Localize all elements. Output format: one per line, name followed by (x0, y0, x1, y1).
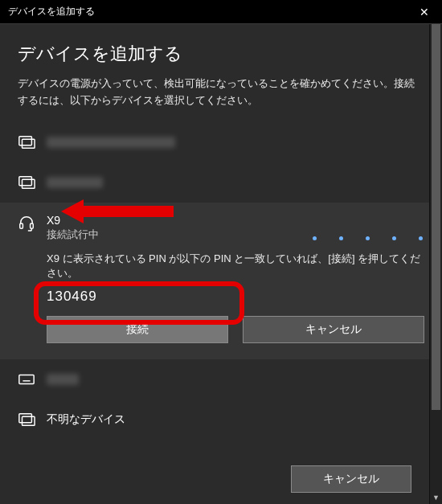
device-name: X9 (47, 214, 99, 227)
pin-value: 130469 (47, 289, 424, 305)
svg-rect-14 (23, 416, 35, 425)
monitor-icon (18, 133, 35, 151)
device-item[interactable] (0, 162, 442, 203)
device-name-redacted (47, 374, 79, 385)
page-title: デバイスを追加する (18, 42, 424, 66)
device-item-active[interactable]: X9 接続試行中 X9 に表示されている PIN が以下の PIN と一致してい… (0, 203, 442, 359)
svg-rect-1 (23, 139, 35, 148)
display-icon (18, 411, 35, 428)
device-name-redacted (47, 137, 175, 148)
instructions-text: デバイスの電源が入っていて、検出可能になっていることを確かめてください。接続する… (18, 76, 424, 109)
svg-rect-7 (19, 375, 34, 383)
device-item[interactable]: 不明なデバイス (0, 400, 442, 440)
scrollbar[interactable]: ▲ ▼ (429, 24, 442, 504)
device-name-redacted (47, 177, 103, 188)
progress-dots (313, 236, 423, 240)
device-status: 接続試行中 (47, 228, 99, 242)
monitor-icon (18, 174, 35, 191)
device-list: X9 接続試行中 X9 に表示されている PIN が以下の PIN と一致してい… (0, 122, 442, 440)
cancel-dialog-button[interactable]: キャンセル (291, 465, 411, 493)
scrollbar-thumb[interactable] (432, 24, 440, 410)
svg-rect-2 (19, 176, 32, 185)
close-button[interactable]: ✕ (406, 0, 442, 24)
svg-rect-13 (19, 413, 32, 422)
close-icon: ✕ (419, 6, 429, 18)
scroll-down-icon[interactable]: ▼ (430, 491, 442, 504)
keyboard-icon (18, 371, 35, 388)
device-item[interactable] (0, 359, 442, 400)
connect-button[interactable]: 接続 (47, 316, 228, 343)
titlebar: デバイスを追加する ✕ (0, 0, 442, 24)
device-item[interactable] (0, 122, 442, 162)
cancel-pair-button[interactable]: キャンセル (243, 316, 424, 343)
headset-icon (18, 214, 35, 232)
device-name: 不明なデバイス (47, 412, 125, 427)
svg-rect-4 (20, 223, 23, 228)
dialog-footer: キャンセル (0, 454, 429, 504)
svg-rect-5 (31, 223, 34, 228)
pin-instruction: X9 に表示されている PIN が以下の PIN と一致していれば、[接続] を… (47, 252, 424, 281)
svg-rect-3 (23, 179, 35, 188)
titlebar-title: デバイスを追加する (8, 5, 95, 18)
svg-rect-0 (19, 136, 32, 145)
dialog-content: デバイスを追加する デバイスの電源が入っていて、検出可能になっていることを確かめ… (0, 24, 442, 440)
